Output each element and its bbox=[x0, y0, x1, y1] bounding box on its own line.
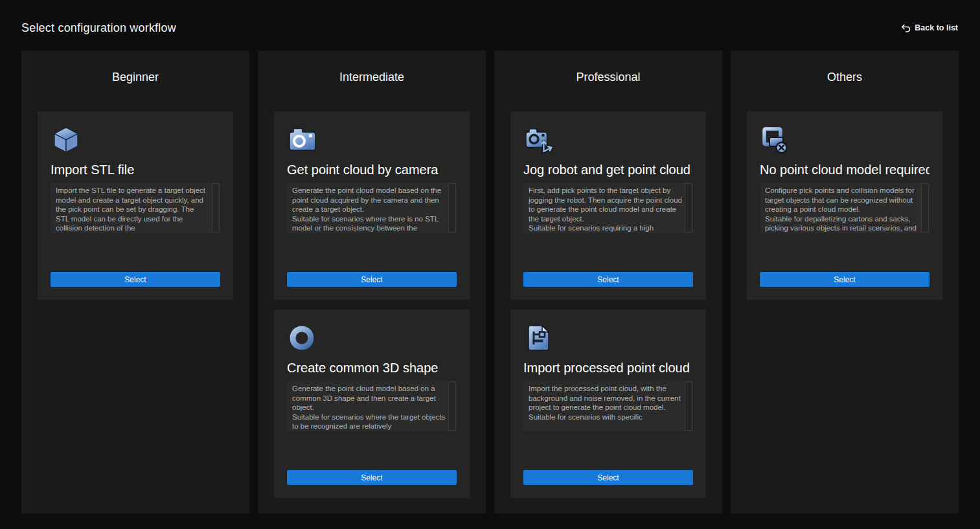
scrollbar-thumb[interactable] bbox=[685, 183, 692, 232]
card-title: Get point cloud by camera bbox=[287, 163, 457, 177]
description-scrollbar[interactable] bbox=[211, 183, 220, 233]
description-scrollbar[interactable] bbox=[684, 183, 693, 233]
card-description-box: Generate the point cloud model based on … bbox=[287, 381, 457, 431]
card-description-box: Generate the point cloud model based on … bbox=[287, 183, 457, 233]
column-title: Professional bbox=[494, 69, 722, 85]
undo-arrow-icon bbox=[901, 24, 911, 32]
column-title: Beginner bbox=[21, 69, 249, 85]
card-no-point-cloud-model-required: No point cloud model required Configure … bbox=[747, 111, 942, 300]
workflow-columns: Beginner Import STL file Import the STL … bbox=[21, 51, 959, 513]
scrollbar-thumb[interactable] bbox=[448, 183, 456, 232]
column-professional: Professional bbox=[494, 51, 722, 513]
column-title: Intermediate bbox=[258, 69, 486, 85]
select-button[interactable]: Select bbox=[523, 470, 693, 485]
description-scrollbar[interactable] bbox=[920, 183, 929, 233]
card-description-box: Import the processed point cloud, with t… bbox=[523, 381, 693, 431]
back-to-list-button[interactable]: Back to list bbox=[901, 23, 958, 32]
select-button[interactable]: Select bbox=[760, 272, 929, 287]
no-model-icon bbox=[760, 124, 791, 155]
page-title: Select configuration workflow bbox=[21, 21, 176, 35]
card-title: Import STL file bbox=[51, 163, 220, 177]
card-description: Configure pick points and collision mode… bbox=[760, 183, 920, 233]
card-title: Jog robot and get point cloud bbox=[523, 163, 693, 177]
card-jog-robot-and-get-point-cloud: Jog robot and get point cloud First, add… bbox=[510, 111, 706, 300]
card-title: Create common 3D shape bbox=[287, 361, 457, 376]
select-button[interactable]: Select bbox=[287, 470, 457, 485]
card-import-stl-file: Import STL file Import the STL file to g… bbox=[38, 111, 233, 300]
select-button[interactable]: Select bbox=[523, 272, 693, 287]
column-others: Others No point cloud model required Con… bbox=[731, 51, 959, 513]
card-description: Import the STL file to generate a target… bbox=[51, 183, 211, 233]
description-scrollbar[interactable] bbox=[448, 381, 457, 431]
column-title: Others bbox=[731, 69, 959, 85]
scrollbar-thumb[interactable] bbox=[448, 381, 456, 431]
scrollbar-thumb[interactable] bbox=[212, 183, 220, 232]
card-get-point-cloud-by-camera: Get point cloud by camera Generate the p… bbox=[274, 111, 470, 300]
description-scrollbar[interactable] bbox=[448, 183, 457, 233]
scrollbar-thumb[interactable] bbox=[921, 183, 929, 232]
select-button[interactable]: Select bbox=[51, 272, 220, 287]
ring-icon bbox=[287, 322, 318, 354]
document-tree-icon bbox=[523, 322, 554, 354]
card-title: No point cloud model required bbox=[760, 163, 929, 177]
column-beginner: Beginner Import STL file Import the STL … bbox=[21, 51, 249, 513]
select-button[interactable]: Select bbox=[287, 272, 457, 287]
back-to-list-label: Back to list bbox=[915, 23, 958, 32]
scrollbar-thumb[interactable] bbox=[685, 381, 692, 431]
column-intermediate: Intermediate Get point cloud by camera G… bbox=[258, 51, 486, 513]
card-description: First, add pick points to the target obj… bbox=[523, 183, 684, 233]
card-description-box: Import the STL file to generate a target… bbox=[51, 183, 220, 233]
card-description-box: Configure pick points and collision mode… bbox=[760, 183, 929, 233]
card-title: Import processed point cloud bbox=[523, 361, 693, 376]
card-import-processed-point-cloud: Import processed point cloud Import the … bbox=[510, 310, 706, 498]
card-description: Generate the point cloud model based on … bbox=[287, 381, 448, 431]
description-scrollbar[interactable] bbox=[684, 381, 693, 431]
card-description: Generate the point cloud model based on … bbox=[287, 183, 448, 233]
camera-axes-icon bbox=[523, 124, 554, 155]
card-create-common-3d-shape: Create common 3D shape Generate the poin… bbox=[274, 310, 470, 498]
cube-icon bbox=[51, 124, 82, 155]
card-description: Import the processed point cloud, with t… bbox=[523, 381, 684, 431]
card-description-box: First, add pick points to the target obj… bbox=[523, 183, 693, 233]
camera-icon bbox=[287, 124, 318, 155]
